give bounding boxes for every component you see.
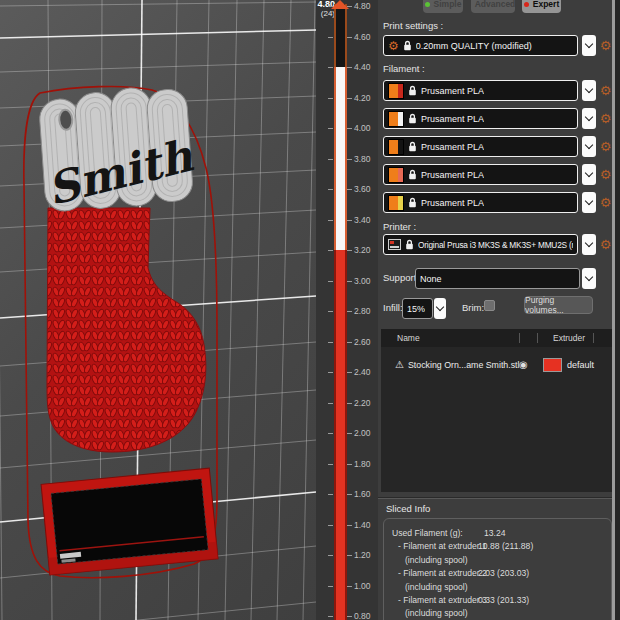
slider-tick-label: 4.40	[354, 62, 371, 72]
print-settings-label: Print settings :	[383, 20, 443, 31]
slider-tick	[328, 6, 333, 7]
chevron-down-icon	[585, 197, 593, 205]
slider-tick-label: 4.60	[354, 32, 371, 42]
filament-gear-4[interactable]: ⚙	[598, 167, 613, 182]
infill-combo[interactable]: 15%	[402, 298, 433, 319]
slider-track-white-segment[interactable]	[334, 67, 347, 250]
slider-tick	[347, 159, 352, 160]
slider-tick	[347, 464, 352, 465]
chevron-down-icon	[585, 40, 593, 48]
filament-dropdown-2[interactable]	[582, 108, 596, 129]
object-row-stocking[interactable]: ⚠ Stocking Orn...ame Smith.stl ◉ default	[381, 353, 614, 379]
column-separator	[593, 333, 594, 343]
purging-volumes-button[interactable]: Purging volumes...	[524, 296, 593, 314]
slider-tick-label: 2.00	[354, 428, 371, 438]
filament-gear-1[interactable]: ⚙	[598, 83, 613, 98]
viewport-3d[interactable]: Smith	[0, 0, 316, 620]
chevron-down-icon	[585, 273, 593, 281]
slider-track-red-segment[interactable]	[334, 250, 347, 620]
printer-gear-icon[interactable]: ⚙	[598, 237, 613, 252]
slider-tick-label: 3.20	[354, 245, 371, 255]
expert-dot-icon	[524, 2, 529, 7]
slider-tick	[347, 311, 352, 312]
slider-tick	[328, 342, 333, 343]
slider-tick-label: 1.00	[354, 581, 371, 591]
slider-tick-label: 4.00	[354, 123, 371, 133]
sliced-row-sub: (including spool)	[392, 607, 611, 620]
slider-tick-label: 3.80	[354, 154, 371, 164]
slider-tick	[328, 37, 333, 38]
layer-slider[interactable]: 4.80 (24) 4.804.604.404.204.003.803.603.…	[316, 0, 378, 620]
filament-gear-3[interactable]: ⚙	[598, 139, 613, 154]
mode-expert-label: Expert	[533, 0, 559, 9]
slider-tick-label: 2.40	[354, 367, 371, 377]
label-plate[interactable]	[41, 468, 218, 575]
column-name: Name	[397, 333, 420, 343]
slider-current-layer: (24)	[316, 9, 335, 18]
print-settings-gear-icon[interactable]: ⚙	[598, 38, 613, 53]
slider-thumb[interactable]	[331, 0, 349, 9]
sliced-row-sub: (including spool)	[392, 554, 611, 567]
infill-value: 15%	[407, 304, 425, 314]
mode-button-expert[interactable]: Expert	[522, 0, 561, 13]
sliced-row-value: 0.33 (201.33)	[478, 594, 529, 607]
sliced-row-value: 10.88 (211.88)	[478, 540, 533, 553]
filament-combo-2[interactable]: Prusament PLA	[383, 108, 578, 129]
chevron-down-icon	[436, 303, 444, 311]
print-settings-dropdown-button[interactable]	[582, 35, 596, 56]
object-list-header: Name Extruder	[381, 329, 614, 347]
brim-label: Brim:	[462, 302, 484, 313]
filament-combo-3[interactable]: Prusament PLA	[383, 136, 578, 157]
slider-tick-label: 2.60	[354, 337, 371, 347]
print-settings-combo[interactable]: ⚙ 0.20mm QUALITY (modified)	[383, 35, 578, 56]
filament-combo-5[interactable]: Prusament PLA	[383, 192, 578, 213]
sliced-info-box: Used Filament (g): 13.24 - Filament at e…	[383, 518, 612, 620]
object-name: Stocking Orn...ame Smith.stl	[408, 360, 519, 370]
filament-dropdown-4[interactable]	[582, 164, 596, 185]
filament-dropdown-3[interactable]	[582, 136, 596, 157]
filament-gear-5[interactable]: ⚙	[598, 195, 613, 210]
supports-combo[interactable]: None	[415, 268, 580, 289]
slider-tick	[347, 372, 352, 373]
slider-track-dark-segment[interactable]	[334, 4, 347, 67]
chevron-down-icon	[585, 169, 593, 177]
chevron-down-icon	[585, 141, 593, 149]
filament-gear-2[interactable]: ⚙	[598, 111, 613, 126]
printer-dropdown-button[interactable]	[582, 234, 596, 255]
filament-dropdown-5[interactable]	[582, 192, 596, 213]
chevron-down-icon	[585, 85, 593, 93]
prusaslicer-window: Smith 4.80 (24) 4.804.604.404.204.003.80…	[0, 0, 620, 620]
lock-icon	[408, 197, 417, 208]
slider-tick	[347, 220, 352, 221]
column-separator	[519, 333, 520, 343]
mode-button-simple[interactable]: Simple	[423, 0, 463, 13]
filament-value-4: Prusament PLA	[421, 170, 484, 180]
print-bed-scene: Smith	[0, 0, 316, 620]
mode-simple-label: Simple	[434, 0, 462, 9]
settings-panel: Simple Advanced Expert Print settings : …	[378, 0, 620, 620]
slider-tick	[328, 433, 333, 434]
printer-combo[interactable]: Original Prusa i3 MK3S & MK3S+ MMU2S (mo…	[383, 234, 578, 255]
printer-icon	[388, 238, 401, 251]
filament-combo-1[interactable]: Prusament PLA	[383, 80, 578, 101]
slider-tick	[328, 250, 333, 251]
filament-combo-4[interactable]: Prusament PLA	[383, 164, 578, 185]
extruder-color-swatch[interactable]	[543, 358, 562, 372]
brim-checkbox[interactable]	[484, 300, 495, 311]
filament-value-1: Prusament PLA	[421, 86, 484, 96]
eye-visibility-icon[interactable]: ◉	[519, 359, 528, 370]
infill-dropdown-button[interactable]	[434, 298, 446, 319]
stocking-body[interactable]	[47, 208, 206, 452]
mode-button-advanced[interactable]: Advanced	[471, 0, 515, 13]
slider-tick-label: 3.00	[354, 276, 371, 286]
window-edge-highlight[interactable]	[612, 0, 615, 620]
slider-tick	[347, 403, 352, 404]
slider-tick	[328, 372, 333, 373]
print-settings-icon: ⚙	[388, 40, 399, 52]
slider-tick	[347, 433, 352, 434]
object-list: Name Extruder ⚠ Stocking Orn...ame Smith…	[381, 329, 614, 492]
supports-dropdown-button[interactable]	[582, 268, 596, 289]
slider-tick-label: 4.80	[354, 1, 371, 11]
filament-dropdown-1[interactable]	[582, 80, 596, 101]
slider-tick-label: 1.80	[354, 459, 371, 469]
